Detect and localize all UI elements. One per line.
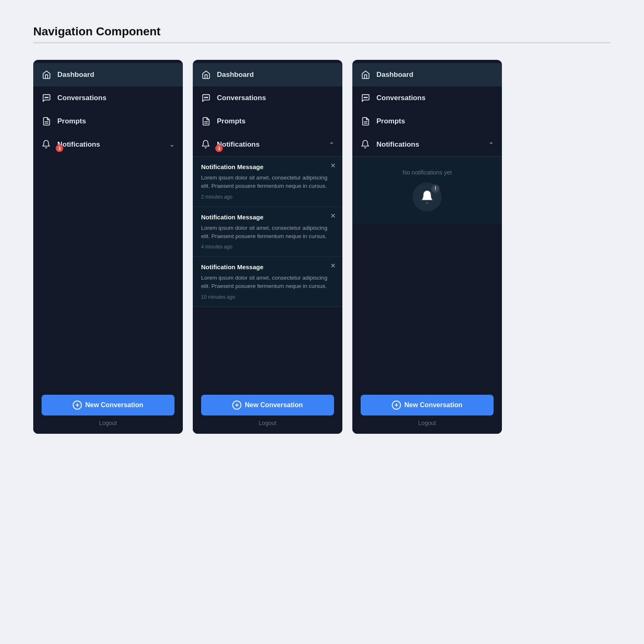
new-conversation-label-1: New Conversation [85,401,143,409]
notification-close-2-1[interactable]: ✕ [330,213,336,219]
svg-point-10 [364,97,365,98]
plus-icon-1: + [73,401,82,410]
sidebar-item-conversations-3[interactable]: Conversations [352,86,502,110]
notification-title-2-1: Notification Message [201,214,334,221]
notification-close-2-2[interactable]: ✕ [330,263,336,269]
plus-icon-3: + [392,401,401,410]
sidebar-item-prompts-3[interactable]: Prompts [352,110,502,133]
sidebar-item-label-prompts-2: Prompts [217,117,334,125]
nav-items-2: Dashboard Conversations [193,60,342,388]
svg-point-5 [204,97,205,98]
svg-point-6 [206,97,206,98]
new-conversation-label-2: New Conversation [245,401,303,409]
home-icon [42,70,52,80]
document-icon-2 [201,116,211,126]
sidebar-item-label-prompts-1: Prompts [57,117,175,125]
sidebar-item-label-notifications-3: Notifications [376,140,483,149]
notification-close-2-0[interactable]: ✕ [330,162,336,169]
sidebar-item-conversations-2[interactable]: Conversations [193,86,342,110]
empty-bell-icon: ! [413,182,442,211]
sidebar-item-label-dashboard-2: Dashboard [217,71,334,79]
sidebar-item-notifications-3[interactable]: Notifications ⌃ [352,133,502,156]
panel-empty: Dashboard Conversations [352,60,502,434]
notification-body-2-0: Lorem ipsum dolor sit amet, consectetur … [201,174,334,191]
chat-icon-1 [42,93,52,103]
sidebar-item-label-dashboard-1: Dashboard [57,71,175,79]
nav-items-1: Dashboard Conversations [33,60,183,388]
notification-body-2-1: Lorem ipsum dolor sit amet, consectetur … [201,224,334,241]
exclamation-icon: ! [431,184,440,193]
panel-footer-2: + New Conversation Logout [193,388,342,434]
sidebar-item-label-conversations-1: Conversations [57,94,175,102]
nav-items-3: Dashboard Conversations [352,60,502,388]
notification-card-2-0: Notification Message Lorem ipsum dolor s… [193,157,342,207]
panels-container: Dashboard Conversations [33,60,611,434]
sidebar-item-label-prompts-3: Prompts [376,117,494,125]
new-conversation-button-2[interactable]: + New Conversation [201,395,334,415]
svg-point-1 [46,97,47,98]
sidebar-item-prompts-2[interactable]: Prompts [193,110,342,133]
notification-body-2-2: Lorem ipsum dolor sit amet, consectetur … [201,274,334,291]
document-icon-3 [361,116,371,126]
notification-time-2-1: 4 minutes ago [201,244,334,250]
sidebar-item-label-conversations-2: Conversations [217,94,334,102]
panel-footer-1: + New Conversation Logout [33,388,183,434]
new-conversation-button-3[interactable]: + New Conversation [361,395,494,415]
chat-icon-3 [361,93,371,103]
bell-icon-wrapper-2: 3 [201,140,211,150]
svg-point-11 [365,97,366,98]
plus-icon-2: + [232,401,241,410]
notification-title-2-2: Notification Message [201,263,334,270]
new-conversation-button-1[interactable]: + New Conversation [42,395,175,415]
svg-point-0 [45,97,46,98]
home-icon-3 [361,70,371,80]
notification-card-2-2: Notification Message Lorem ipsum dolor s… [193,257,342,307]
sidebar-item-label-dashboard-3: Dashboard [376,71,494,79]
logout-link-3[interactable]: Logout [361,415,494,430]
svg-point-7 [207,97,208,98]
home-icon-2 [201,70,211,80]
bell-icon-wrapper-3 [361,140,371,150]
new-conversation-label-3: New Conversation [404,401,462,409]
empty-notifications: No notifications yet ! [352,157,502,224]
notification-time-2-2: 10 minutes ago [201,294,334,300]
empty-notifications-label: No notifications yet [403,169,452,176]
logout-link-2[interactable]: Logout [201,415,334,430]
chevron-up-icon-2: ⌃ [329,141,334,148]
notification-title-2-0: Notification Message [201,163,334,170]
sidebar-item-notifications-2[interactable]: 3 Notifications ⌃ [193,133,342,156]
svg-point-2 [47,97,48,98]
chat-icon-2 [201,93,211,103]
sidebar-item-dashboard-1[interactable]: Dashboard [33,63,183,86]
bell-icon-wrapper-1: 3 [42,140,52,150]
logout-link-1[interactable]: Logout [42,415,175,430]
sidebar-item-label-notifications-2: Notifications [217,140,323,149]
sidebar-item-conversations-1[interactable]: Conversations [33,86,183,110]
chevron-up-icon-3: ⌃ [489,141,494,148]
document-icon-1 [42,116,52,126]
sidebar-item-label-notifications-1: Notifications [57,140,164,149]
sidebar-item-label-conversations-3: Conversations [376,94,494,102]
page-title: Navigation Component [33,25,611,38]
svg-point-12 [366,97,367,98]
sidebar-item-prompts-1[interactable]: Prompts [33,110,183,133]
sidebar-item-notifications-1[interactable]: 3 Notifications ⌄ [33,133,183,156]
chevron-down-icon-1: ⌄ [170,141,175,148]
notification-time-2-0: 2 minutes ago [201,194,334,200]
sidebar-item-dashboard-2[interactable]: Dashboard [193,63,342,86]
notification-badge-1: 3 [56,145,63,152]
notifications-dropdown-2: Notification Message Lorem ipsum dolor s… [193,156,342,307]
panel-collapsed: Dashboard Conversations [33,60,183,434]
notifications-dropdown-3: No notifications yet ! [352,156,502,224]
panel-expanded: Dashboard Conversations [193,60,342,434]
notification-card-2-1: Notification Message Lorem ipsum dolor s… [193,207,342,257]
panel-footer-3: + New Conversation Logout [352,388,502,434]
notification-badge-2: 3 [215,145,223,152]
sidebar-item-dashboard-3[interactable]: Dashboard [352,63,502,86]
page-divider [33,42,611,43]
